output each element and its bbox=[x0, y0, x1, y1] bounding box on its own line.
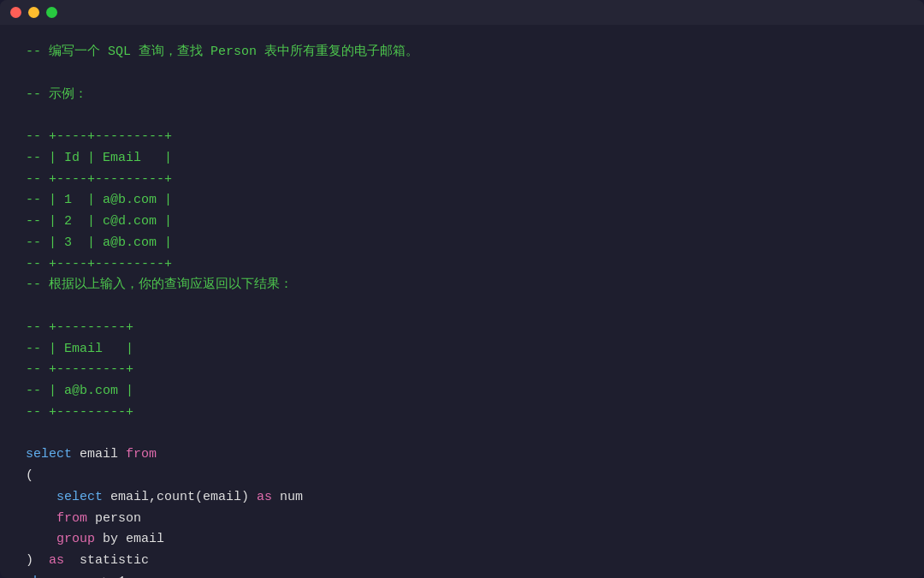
line-result-row: -- | a@b.com | bbox=[26, 381, 898, 402]
maximize-button[interactable] bbox=[46, 7, 57, 18]
text-by-email: by email bbox=[95, 532, 164, 546]
line-result-top: -- +---------+ bbox=[26, 318, 898, 339]
kw-from-2: from bbox=[56, 511, 87, 526]
text-email-from: email bbox=[72, 447, 126, 462]
line-open-paren: ( bbox=[26, 466, 898, 487]
kw-select-1: select bbox=[26, 447, 72, 462]
close-button[interactable] bbox=[10, 7, 21, 18]
line-result-sep: -- +---------+ bbox=[26, 360, 898, 381]
kw-group-1: group bbox=[56, 532, 95, 546]
line-1: -- 编写一个 SQL 查询，查找 Person 表中所有重复的电子邮箱。 bbox=[26, 42, 898, 63]
line-result-header: -- | Email | bbox=[26, 339, 898, 361]
text-close-paren: ) bbox=[26, 553, 49, 568]
line-group-by: group by email bbox=[26, 529, 898, 551]
line-result-bottom: -- +---------+ bbox=[26, 402, 898, 424]
line-table-top: -- +----+---------+ bbox=[26, 127, 898, 148]
line-table-sep1: -- +----+---------+ bbox=[26, 170, 898, 191]
main-window: -- 编写一个 SQL 查询，查找 Person 表中所有重复的电子邮箱。 --… bbox=[0, 0, 924, 578]
text-person: person bbox=[87, 511, 141, 526]
kw-count-1: count bbox=[157, 490, 195, 504]
kw-from-1: from bbox=[126, 447, 157, 462]
text-email-comma: email, bbox=[103, 490, 157, 504]
text-statistic: statistic bbox=[64, 553, 149, 568]
line-inner-select: select email,count(email) as num bbox=[26, 487, 898, 509]
line-where: where num > 1; bbox=[26, 572, 898, 578]
line-table-header: -- | Id | Email | bbox=[26, 148, 898, 170]
line-blank-4 bbox=[26, 424, 898, 445]
line-table-bottom: -- +----+---------+ bbox=[26, 254, 898, 276]
line-blank-2 bbox=[26, 105, 898, 127]
line-table-row1: -- | 1 | a@b.com | bbox=[26, 190, 898, 212]
text-num: num bbox=[272, 490, 303, 504]
text-where-cond: num > 1; bbox=[64, 575, 133, 578]
line-table-row3: -- | 3 | a@b.com | bbox=[26, 233, 898, 254]
titlebar bbox=[0, 0, 924, 25]
kw-as-1: as bbox=[257, 490, 272, 504]
line-from-person: from person bbox=[26, 509, 898, 530]
line-example-label: -- 示例： bbox=[26, 85, 898, 106]
line-table-row2: -- | 2 | c@d.com | bbox=[26, 212, 898, 233]
line-blank-1 bbox=[26, 63, 898, 85]
kw-where-1: where bbox=[26, 575, 64, 578]
line-select-from: select email from bbox=[26, 444, 898, 466]
minimize-button[interactable] bbox=[28, 7, 39, 18]
kw-as-2: as bbox=[49, 553, 64, 568]
code-editor[interactable]: -- 编写一个 SQL 查询，查找 Person 表中所有重复的电子邮箱。 --… bbox=[0, 25, 924, 578]
line-result-label: -- 根据以上输入，你的查询应返回以下结果： bbox=[26, 275, 898, 296]
line-blank-3 bbox=[26, 296, 898, 318]
kw-select-2: select bbox=[56, 490, 103, 504]
line-close-paren: ) as statistic bbox=[26, 551, 898, 572]
text-count-args: (email) bbox=[195, 490, 257, 504]
